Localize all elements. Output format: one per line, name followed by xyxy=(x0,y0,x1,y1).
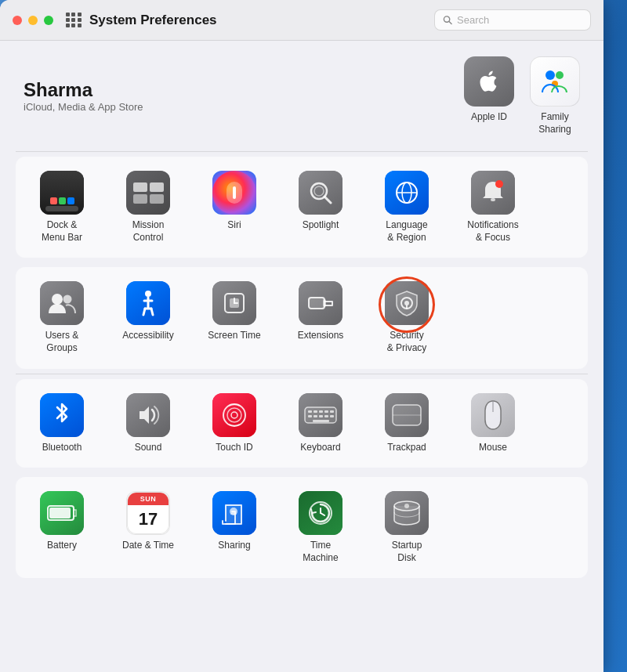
trackpad-label: Trackpad xyxy=(387,442,426,454)
pref-notifications[interactable]: Notifications& Focus xyxy=(450,163,536,251)
keyboard-icon xyxy=(299,393,342,437)
pref-sharing[interactable]: Sharing xyxy=(191,483,277,572)
divider-1 xyxy=(16,151,588,152)
svg-rect-32 xyxy=(324,410,328,413)
pref-accessibility[interactable]: Accessibility xyxy=(105,273,191,362)
window-controls xyxy=(13,16,53,25)
bluetooth-icon xyxy=(40,393,84,437)
pref-mouse[interactable]: Mouse xyxy=(450,385,536,462)
timemachine-icon xyxy=(299,491,342,535)
row-4: Battery SUN 17 Date & Time xyxy=(16,477,588,578)
mission-control-icon xyxy=(126,171,170,215)
startup-icon xyxy=(385,491,429,535)
pref-timemachine[interactable]: TimeMachine xyxy=(277,483,364,572)
apple-id-icon xyxy=(464,56,514,107)
svg-rect-38 xyxy=(330,415,334,417)
sound-icon xyxy=(126,393,170,437)
apple-id-label: Apple ID xyxy=(471,111,507,124)
security-icon xyxy=(385,281,429,325)
profile-name: Sharma xyxy=(24,79,143,101)
pref-startup[interactable]: StartupDisk xyxy=(364,483,450,572)
svg-rect-35 xyxy=(314,415,317,417)
svg-rect-31 xyxy=(319,410,323,413)
family-sharing-button[interactable]: FamilySharing xyxy=(530,56,580,135)
pref-siri[interactable]: Siri xyxy=(191,163,277,251)
system-preferences-window: System Preferences Sharma iCloud, Media … xyxy=(0,0,603,672)
search-box[interactable] xyxy=(434,9,591,31)
svg-point-14 xyxy=(63,295,72,304)
datetime-icon: SUN 17 xyxy=(126,491,170,535)
battery-icon xyxy=(40,491,84,535)
startup-label: StartupDisk xyxy=(392,540,422,564)
extensions-label: Extensions xyxy=(298,330,344,342)
security-label: Security& Privacy xyxy=(387,330,427,354)
datetime-label: Date & Time xyxy=(122,540,174,552)
svg-rect-36 xyxy=(319,415,323,417)
mission-control-label: MissionControl xyxy=(132,219,165,244)
titlebar: System Preferences xyxy=(0,0,603,41)
pref-touchid[interactable]: Touch ID xyxy=(191,385,277,462)
svg-point-6 xyxy=(314,186,324,196)
close-button[interactable] xyxy=(13,16,22,25)
accessibility-icon xyxy=(126,281,170,325)
profile-icons: Apple ID FamilySharing xyxy=(464,56,580,135)
dock-label: Dock &Menu Bar xyxy=(42,219,82,244)
mouse-icon xyxy=(471,393,515,437)
extensions-icon xyxy=(299,281,342,325)
pref-datetime[interactable]: SUN 17 Date & Time xyxy=(105,483,191,572)
battery-label: Battery xyxy=(47,540,77,552)
pref-users[interactable]: Users &Groups xyxy=(19,273,105,362)
profile-info: Sharma iCloud, Media & App Store xyxy=(24,79,143,113)
family-sharing-label: FamilySharing xyxy=(538,111,571,135)
minimize-button[interactable] xyxy=(28,16,38,25)
svg-point-13 xyxy=(52,294,63,305)
pref-mission-control[interactable]: MissionControl xyxy=(105,163,191,251)
svg-rect-11 xyxy=(491,198,495,201)
family-sharing-icon xyxy=(530,56,580,107)
pref-keyboard[interactable]: Keyboard xyxy=(277,385,364,462)
window-title: System Preferences xyxy=(89,13,434,28)
touchid-icon xyxy=(212,393,256,437)
svg-rect-37 xyxy=(324,415,328,417)
profile-subtitle: iCloud, Media & App Store xyxy=(24,101,143,113)
timemachine-label: TimeMachine xyxy=(303,540,338,564)
grid-icon[interactable] xyxy=(66,13,82,28)
pref-extensions[interactable]: Extensions xyxy=(277,273,364,362)
svg-line-1 xyxy=(449,22,451,24)
pref-spotlight[interactable]: Spotlight xyxy=(277,163,364,251)
svg-point-50 xyxy=(404,504,409,508)
pref-bluetooth[interactable]: Bluetooth xyxy=(19,385,105,462)
svg-rect-20 xyxy=(309,298,324,309)
notifications-icon xyxy=(471,171,515,215)
pref-sound[interactable]: Sound xyxy=(105,385,191,462)
pref-language[interactable]: Language& Region xyxy=(364,163,450,251)
search-input[interactable] xyxy=(457,14,582,26)
language-icon xyxy=(385,171,429,215)
svg-point-27 xyxy=(231,412,237,418)
svg-point-26 xyxy=(227,408,241,422)
bluetooth-label: Bluetooth xyxy=(42,442,82,454)
mouse-label: Mouse xyxy=(479,442,507,454)
pref-trackpad[interactable]: Trackpad xyxy=(364,385,450,462)
svg-point-15 xyxy=(145,291,151,297)
row-2: Users &Groups Accessibility xyxy=(16,267,588,368)
svg-point-0 xyxy=(444,16,449,22)
svg-rect-30 xyxy=(314,410,317,413)
maximize-button[interactable] xyxy=(44,16,53,25)
pref-battery[interactable]: Battery xyxy=(19,483,105,572)
svg-point-2 xyxy=(545,70,555,80)
users-label: Users &Groups xyxy=(45,330,79,354)
row-1: Dock &Menu Bar MissionControl xyxy=(16,157,588,258)
svg-rect-34 xyxy=(308,415,312,417)
pref-screentime[interactable]: Screen Time xyxy=(191,273,277,362)
pref-security-privacy[interactable]: Security& Privacy xyxy=(364,273,450,362)
row-3: Bluetooth Sound xyxy=(16,379,588,468)
keyboard-label: Keyboard xyxy=(300,442,340,454)
dock-icon xyxy=(40,171,84,215)
siri-label: Siri xyxy=(227,219,241,232)
svg-point-25 xyxy=(223,404,245,426)
apple-id-button[interactable]: Apple ID xyxy=(464,56,514,124)
svg-rect-39 xyxy=(313,420,329,422)
pref-dock[interactable]: Dock &Menu Bar xyxy=(19,163,105,251)
siri-icon xyxy=(212,171,256,215)
